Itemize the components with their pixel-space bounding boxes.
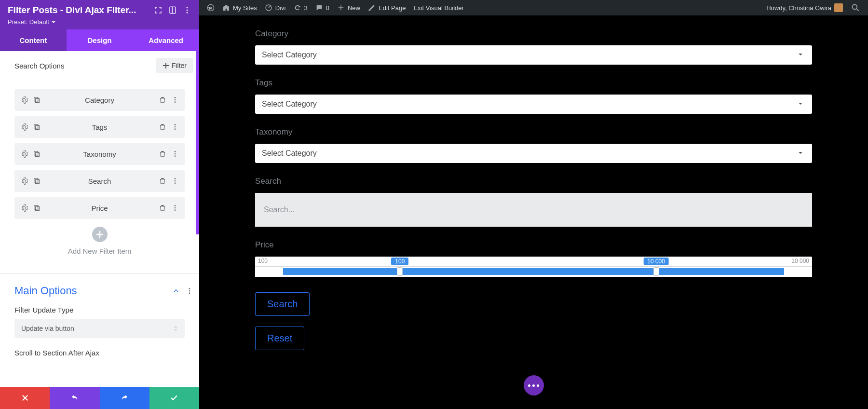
tab-content[interactable]: Content — [0, 29, 67, 51]
category-select[interactable]: Select Category — [255, 45, 812, 65]
comments[interactable]: 0 — [312, 4, 333, 12]
redo-icon — [120, 394, 129, 402]
tab-advanced[interactable]: Advanced — [133, 29, 199, 51]
svg-point-19 — [175, 155, 176, 157]
svg-point-17 — [175, 151, 176, 152]
add-new-button[interactable] — [92, 227, 108, 242]
search-button[interactable]: Search — [255, 292, 310, 316]
gear-icon[interactable] — [20, 123, 28, 131]
svg-rect-6 — [35, 98, 39, 102]
refresh-icon — [294, 4, 301, 12]
filter-item-taxonomy[interactable]: Taxonomy — [14, 143, 185, 165]
builder-fab[interactable] — [524, 375, 544, 395]
copy-icon[interactable] — [33, 204, 41, 212]
reset-button[interactable]: Reset — [255, 327, 304, 350]
filter-item-tags[interactable]: Tags — [14, 116, 185, 138]
preset-selector[interactable]: Preset: Default — [8, 18, 191, 26]
tags-select[interactable]: Select Category — [255, 95, 812, 114]
more-icon[interactable] — [171, 150, 179, 158]
new-content[interactable]: New — [333, 4, 364, 12]
copy-icon[interactable] — [33, 177, 41, 185]
my-sites[interactable]: My Sites — [218, 4, 261, 12]
copy-icon[interactable] — [33, 123, 41, 131]
edit-page[interactable]: Edit Page — [364, 4, 409, 12]
chevron-down-icon — [798, 100, 803, 109]
gear-icon[interactable] — [20, 177, 28, 185]
price-bubble-high: 10 000 — [643, 258, 669, 265]
taxonomy-select[interactable]: Select Category — [255, 144, 812, 163]
main-options-header[interactable]: Main Options — [0, 274, 199, 306]
svg-point-23 — [175, 180, 176, 182]
tab-design[interactable]: Design — [67, 29, 133, 51]
exit-visual-builder[interactable]: Exit Visual Builder — [409, 4, 468, 12]
settings-tabs: Content Design Advanced — [0, 29, 199, 51]
price-handle-low[interactable] — [397, 267, 403, 276]
wp-logo[interactable] — [203, 4, 218, 12]
more-icon[interactable] — [171, 177, 179, 185]
responsive-icon[interactable] — [168, 6, 177, 14]
svg-point-31 — [189, 290, 190, 292]
cancel-button[interactable] — [0, 387, 50, 409]
item-label: Search — [41, 177, 159, 185]
svg-point-35 — [852, 4, 857, 9]
price-max-label: 10 000 — [791, 258, 809, 264]
filter-item-price[interactable]: Price — [14, 197, 185, 219]
price-handle-high[interactable] — [653, 267, 659, 276]
more-icon[interactable] — [186, 287, 193, 295]
svg-point-8 — [175, 99, 176, 101]
module-title: Filter Posts - Divi Ajax Filter... — [8, 5, 148, 15]
my-account[interactable]: Howdy, Christina Gwira — [762, 3, 847, 12]
trash-icon[interactable] — [159, 177, 166, 185]
category-label: Category — [255, 29, 812, 39]
copy-icon[interactable] — [33, 150, 41, 158]
more-icon[interactable] — [171, 123, 179, 131]
svg-rect-5 — [34, 97, 38, 101]
filter-item-category[interactable]: Category — [14, 89, 185, 111]
gear-icon[interactable] — [20, 96, 28, 104]
trash-icon[interactable] — [159, 204, 166, 212]
search-options-row: Search Options Filter — [0, 51, 199, 80]
svg-point-9 — [175, 101, 176, 103]
add-filter-button[interactable]: Filter — [156, 58, 193, 73]
sidebar-header: Filter Posts - Divi Ajax Filter... Prese… — [0, 0, 199, 29]
save-button[interactable] — [149, 387, 199, 409]
filter-item-search[interactable]: Search — [14, 170, 185, 192]
trash-icon[interactable] — [159, 123, 166, 131]
chevron-down-icon — [798, 51, 803, 59]
gear-icon[interactable] — [20, 150, 28, 158]
search-input[interactable] — [255, 193, 812, 227]
gear-icon[interactable] — [20, 204, 28, 212]
price-slider[interactable]: 100 100 10 000 10 000 — [255, 257, 812, 278]
taxonomy-select-value: Select Category — [262, 149, 317, 158]
wp-admin-bar: My Sites Divi 3 0 New Edit Page Exit Vis… — [199, 0, 868, 15]
tags-label: Tags — [255, 78, 812, 88]
filter-update-type-field: Filter Update Type Update via button — [0, 306, 199, 346]
expand-icon[interactable] — [154, 6, 163, 14]
updates[interactable]: 3 — [290, 4, 312, 12]
item-label: Price — [41, 204, 159, 212]
more-icon[interactable] — [171, 96, 179, 104]
svg-rect-26 — [35, 206, 39, 210]
undo-button[interactable] — [50, 387, 99, 409]
filter-items-list: Category Tags — [0, 80, 199, 273]
trash-icon[interactable] — [159, 96, 166, 104]
check-icon — [170, 394, 178, 402]
item-label: Category — [41, 96, 159, 104]
category-select-value: Select Category — [262, 51, 317, 59]
plus-icon — [96, 231, 103, 238]
more-icon[interactable] — [183, 6, 191, 14]
chevron-up-icon[interactable] — [172, 287, 180, 295]
copy-icon[interactable] — [33, 96, 41, 104]
comment-icon — [315, 4, 323, 12]
svg-rect-1 — [172, 7, 173, 14]
svg-point-14 — [175, 128, 176, 130]
more-icon[interactable] — [171, 204, 179, 212]
site-name[interactable]: Divi — [261, 4, 290, 12]
item-label: Tags — [41, 123, 159, 131]
sidebar-body: Search Options Filter Category — [0, 51, 199, 387]
filter-update-type-select[interactable]: Update via button — [14, 319, 185, 338]
admin-search[interactable] — [847, 3, 864, 13]
trash-icon[interactable] — [159, 150, 166, 158]
redo-button[interactable] — [100, 387, 149, 409]
dots-icon — [528, 384, 539, 387]
